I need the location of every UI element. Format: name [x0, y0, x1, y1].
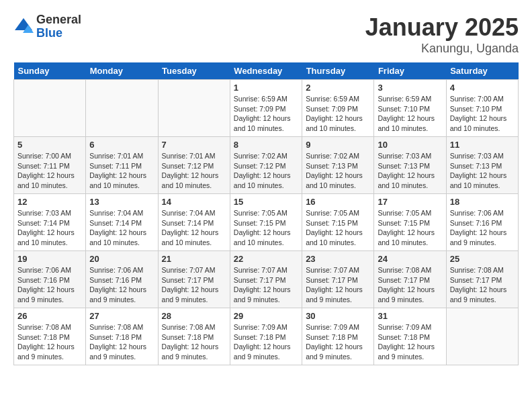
day-info: Sunrise: 7:00 AMSunset: 7:10 PMDaylight:… — [450, 94, 515, 134]
day-info: Sunrise: 7:01 AMSunset: 7:11 PMDaylight:… — [89, 151, 154, 191]
calendar-week-row: 12Sunrise: 7:03 AMSunset: 7:14 PMDayligh… — [14, 194, 519, 251]
calendar-cell: 4Sunrise: 7:00 AMSunset: 7:10 PMDaylight… — [446, 80, 518, 137]
day-info: Sunrise: 7:08 AMSunset: 7:17 PMDaylight:… — [450, 265, 515, 305]
weekday-header-tuesday: Tuesday — [158, 62, 230, 80]
day-info: Sunrise: 7:03 AMSunset: 7:14 PMDaylight:… — [17, 208, 82, 248]
day-info: Sunrise: 7:08 AMSunset: 7:18 PMDaylight:… — [162, 322, 226, 362]
calendar-cell: 17Sunrise: 7:05 AMSunset: 7:15 PMDayligh… — [374, 194, 446, 251]
day-number: 4 — [450, 83, 515, 93]
calendar-cell: 27Sunrise: 7:08 AMSunset: 7:18 PMDayligh… — [86, 308, 158, 365]
calendar-cell: 26Sunrise: 7:08 AMSunset: 7:18 PMDayligh… — [14, 308, 86, 365]
day-number: 8 — [234, 140, 298, 150]
day-number: 20 — [89, 254, 154, 264]
day-number: 16 — [306, 197, 370, 207]
calendar-cell: 23Sunrise: 7:07 AMSunset: 7:17 PMDayligh… — [302, 251, 374, 308]
calendar-table: SundayMondayTuesdayWednesdayThursdayFrid… — [13, 62, 519, 365]
day-info: Sunrise: 7:00 AMSunset: 7:11 PMDaylight:… — [17, 151, 82, 191]
calendar-cell: 9Sunrise: 7:02 AMSunset: 7:13 PMDaylight… — [302, 137, 374, 194]
day-number: 25 — [450, 254, 515, 264]
calendar-cell: 31Sunrise: 7:09 AMSunset: 7:18 PMDayligh… — [374, 308, 446, 365]
day-info: Sunrise: 7:04 AMSunset: 7:14 PMDaylight:… — [162, 208, 226, 248]
day-info: Sunrise: 6:59 AMSunset: 7:09 PMDaylight:… — [306, 94, 370, 134]
weekday-header-saturday: Saturday — [446, 62, 518, 80]
day-info: Sunrise: 7:08 AMSunset: 7:18 PMDaylight:… — [17, 322, 82, 362]
calendar-cell: 3Sunrise: 6:59 AMSunset: 7:10 PMDaylight… — [374, 80, 446, 137]
day-number: 10 — [378, 140, 442, 150]
calendar-cell: 8Sunrise: 7:02 AMSunset: 7:12 PMDaylight… — [230, 137, 302, 194]
logo-text: General Blue — [36, 13, 81, 40]
calendar-week-row: 5Sunrise: 7:00 AMSunset: 7:11 PMDaylight… — [14, 137, 519, 194]
day-info: Sunrise: 7:08 AMSunset: 7:17 PMDaylight:… — [378, 265, 442, 305]
calendar-cell: 28Sunrise: 7:08 AMSunset: 7:18 PMDayligh… — [158, 308, 230, 365]
day-info: Sunrise: 7:07 AMSunset: 7:17 PMDaylight:… — [306, 265, 370, 305]
day-number: 15 — [234, 197, 298, 207]
calendar-cell: 6Sunrise: 7:01 AMSunset: 7:11 PMDaylight… — [86, 137, 158, 194]
weekday-header-sunday: Sunday — [14, 62, 86, 80]
logo: General Blue — [13, 13, 81, 40]
calendar-cell: 13Sunrise: 7:04 AMSunset: 7:14 PMDayligh… — [86, 194, 158, 251]
day-info: Sunrise: 7:03 AMSunset: 7:13 PMDaylight:… — [450, 151, 515, 191]
day-number: 29 — [234, 311, 298, 321]
weekday-header-wednesday: Wednesday — [230, 62, 302, 80]
day-info: Sunrise: 7:01 AMSunset: 7:12 PMDaylight:… — [162, 151, 226, 191]
day-info: Sunrise: 7:09 AMSunset: 7:18 PMDaylight:… — [234, 322, 298, 362]
day-info: Sunrise: 7:06 AMSunset: 7:16 PMDaylight:… — [89, 265, 154, 305]
day-info: Sunrise: 7:07 AMSunset: 7:17 PMDaylight:… — [234, 265, 298, 305]
day-number: 12 — [17, 197, 82, 207]
calendar-cell: 16Sunrise: 7:05 AMSunset: 7:15 PMDayligh… — [302, 194, 374, 251]
day-number: 19 — [17, 254, 82, 264]
calendar-cell: 19Sunrise: 7:06 AMSunset: 7:16 PMDayligh… — [14, 251, 86, 308]
calendar-cell: 25Sunrise: 7:08 AMSunset: 7:17 PMDayligh… — [446, 251, 518, 308]
calendar-cell — [14, 80, 86, 137]
day-number: 9 — [306, 140, 370, 150]
calendar-cell: 5Sunrise: 7:00 AMSunset: 7:11 PMDaylight… — [14, 137, 86, 194]
calendar-cell: 15Sunrise: 7:05 AMSunset: 7:15 PMDayligh… — [230, 194, 302, 251]
day-number: 6 — [89, 140, 154, 150]
weekday-header-friday: Friday — [374, 62, 446, 80]
day-info: Sunrise: 7:05 AMSunset: 7:15 PMDaylight:… — [306, 208, 370, 248]
logo-general: General — [36, 13, 81, 26]
calendar-cell — [86, 80, 158, 137]
calendar-cell: 10Sunrise: 7:03 AMSunset: 7:13 PMDayligh… — [374, 137, 446, 194]
day-number: 28 — [162, 311, 226, 321]
day-info: Sunrise: 7:09 AMSunset: 7:18 PMDaylight:… — [306, 322, 370, 362]
calendar-cell: 12Sunrise: 7:03 AMSunset: 7:14 PMDayligh… — [14, 194, 86, 251]
day-number: 30 — [306, 311, 370, 321]
calendar-cell: 11Sunrise: 7:03 AMSunset: 7:13 PMDayligh… — [446, 137, 518, 194]
day-info: Sunrise: 7:04 AMSunset: 7:14 PMDaylight:… — [89, 208, 154, 248]
calendar-cell — [158, 80, 230, 137]
day-number: 24 — [378, 254, 442, 264]
day-number: 26 — [17, 311, 82, 321]
calendar-cell: 29Sunrise: 7:09 AMSunset: 7:18 PMDayligh… — [230, 308, 302, 365]
day-info: Sunrise: 7:03 AMSunset: 7:13 PMDaylight:… — [378, 151, 442, 191]
day-number: 2 — [306, 83, 370, 93]
location-title: Kanungu, Uganda — [365, 42, 519, 56]
day-info: Sunrise: 6:59 AMSunset: 7:10 PMDaylight:… — [378, 94, 442, 134]
logo-blue: Blue — [36, 26, 62, 40]
calendar-cell: 14Sunrise: 7:04 AMSunset: 7:14 PMDayligh… — [158, 194, 230, 251]
weekday-header-monday: Monday — [86, 62, 158, 80]
calendar-cell: 2Sunrise: 6:59 AMSunset: 7:09 PMDaylight… — [302, 80, 374, 137]
calendar-cell: 21Sunrise: 7:07 AMSunset: 7:17 PMDayligh… — [158, 251, 230, 308]
day-number: 11 — [450, 140, 515, 150]
calendar-cell: 20Sunrise: 7:06 AMSunset: 7:16 PMDayligh… — [86, 251, 158, 308]
day-info: Sunrise: 7:06 AMSunset: 7:16 PMDaylight:… — [17, 265, 82, 305]
calendar-week-row: 19Sunrise: 7:06 AMSunset: 7:16 PMDayligh… — [14, 251, 519, 308]
day-info: Sunrise: 7:02 AMSunset: 7:12 PMDaylight:… — [234, 151, 298, 191]
calendar-week-row: 1Sunrise: 6:59 AMSunset: 7:09 PMDaylight… — [14, 80, 519, 137]
day-number: 17 — [378, 197, 442, 207]
day-info: Sunrise: 7:05 AMSunset: 7:15 PMDaylight:… — [234, 208, 298, 248]
day-number: 31 — [378, 311, 442, 321]
day-number: 18 — [450, 197, 515, 207]
day-info: Sunrise: 7:02 AMSunset: 7:13 PMDaylight:… — [306, 151, 370, 191]
day-info: Sunrise: 7:07 AMSunset: 7:17 PMDaylight:… — [162, 265, 226, 305]
calendar-cell: 30Sunrise: 7:09 AMSunset: 7:18 PMDayligh… — [302, 308, 374, 365]
logo-icon — [13, 17, 34, 37]
day-number: 13 — [89, 197, 154, 207]
day-info: Sunrise: 7:06 AMSunset: 7:16 PMDaylight:… — [450, 208, 515, 248]
day-number: 22 — [234, 254, 298, 264]
calendar-week-row: 26Sunrise: 7:08 AMSunset: 7:18 PMDayligh… — [14, 308, 519, 365]
calendar-cell: 18Sunrise: 7:06 AMSunset: 7:16 PMDayligh… — [446, 194, 518, 251]
calendar-cell: 1Sunrise: 6:59 AMSunset: 7:09 PMDaylight… — [230, 80, 302, 137]
month-title: January 2025 — [365, 13, 519, 42]
